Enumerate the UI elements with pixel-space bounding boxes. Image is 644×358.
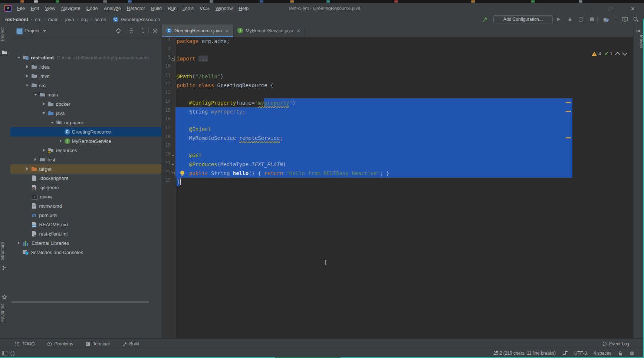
maximize-button[interactable]: □ [605,3,617,14]
menu-edit[interactable]: Edit [28,3,42,14]
menu-help[interactable]: Help [236,3,252,14]
tree-item-mvnw[interactable]: ›mvnw [10,192,161,201]
horizontal-scrollbar[interactable] [11,301,149,303]
code-line-11[interactable]: @Path("/hello") [175,72,633,81]
code-line-10[interactable] [175,63,633,72]
tree-item-main[interactable]: main [10,90,161,99]
next-problem-icon[interactable] [622,50,627,55]
breadcrumb-item-main[interactable]: main [48,17,58,22]
code-line-1[interactable]: package org.acme; [175,37,633,46]
breadcrumb-item-rest-client[interactable]: rest-client [5,17,28,22]
indent-status[interactable]: 4 spaces [594,351,611,356]
build-hammer-icon[interactable] [481,15,490,23]
chevron-right-icon[interactable] [57,139,65,142]
error-stripe-warning-mark[interactable] [566,111,571,112]
search-everywhere-icon[interactable] [631,15,640,23]
tree-item-resources[interactable]: resources [10,146,161,155]
tool-window-button-build[interactable]: Build [122,341,139,346]
favorites-star-icon[interactable] [2,295,8,300]
tree-item-java[interactable]: java [10,109,161,118]
fold-marker[interactable] [171,160,175,169]
tree-item-src[interactable]: src [10,81,161,90]
tree-item-MyRemoteService[interactable]: IMyRemoteService [10,137,161,146]
locate-file-icon[interactable] [115,28,121,34]
hide-tool-windows-icon[interactable] [2,351,7,356]
project-folder-icon[interactable] [2,50,8,56]
tool-window-button-todo[interactable]: TODO [15,341,34,346]
structure-icon[interactable] [2,265,8,271]
code-line-12[interactable]: public class GreetingResource { [175,81,633,90]
tree-item-README.md[interactable]: MDREADME.md [10,220,161,229]
menu-tools[interactable]: Tools [180,3,197,14]
add-configuration-button[interactable]: Add Configuration... [493,15,553,23]
chevron-right-icon[interactable] [23,75,31,78]
chevron-right-icon[interactable] [23,65,31,68]
chevron-down-icon[interactable] [43,30,46,32]
code-line-19[interactable] [175,142,633,151]
tool-stripe-project-tab[interactable]: Project [0,27,10,41]
caret-position-status[interactable]: 25:2 (210 chars, 11 line breaks) [493,351,556,356]
inspection-profile-icon[interactable] [630,351,634,356]
editor-tab-GreetingResource.java[interactable]: CGreetingResource.java✕ [162,24,233,37]
fold-marker[interactable]: + [171,169,175,178]
lock-icon[interactable] [618,351,623,356]
tree-item-docker[interactable]: docker [10,99,161,109]
tree-item-.idea[interactable]: .idea [10,62,161,72]
warning-count[interactable]: 4 [598,51,601,56]
tree-item-GreetingResource[interactable]: CGreetingResource [10,127,161,137]
code-line-21[interactable]: @Produces(MediaType.TEXT_PLAIN) [175,160,633,169]
chevron-right-icon[interactable] [40,102,48,105]
tree-item-org.acme[interactable]: org.acme [10,118,161,127]
debug-icon[interactable] [565,15,574,23]
menu-refactor[interactable]: Refactor [124,3,148,14]
menu-view[interactable]: View [42,3,58,14]
menu-vcs[interactable]: VCS [197,3,213,14]
tree-item-test[interactable]: test [10,155,161,164]
close-icon[interactable]: ✕ [225,28,229,33]
expand-all-icon[interactable] [128,28,134,34]
editor-tab-MyRemoteService.java[interactable]: IMyRemoteService.java✕ [233,24,305,37]
menu-code[interactable]: Code [83,3,101,14]
chevron-down-icon[interactable] [15,57,23,59]
code-line-22[interactable]: public String hello() { return "Hello fr… [175,169,633,178]
chevron-right-icon[interactable] [15,242,23,244]
breadcrumb-item-src[interactable]: src [35,17,41,22]
error-stripe-warning-mark[interactable] [566,137,571,138]
run-icon[interactable] [554,15,563,23]
breadcrumb-item-java[interactable]: java [65,17,74,22]
code-line-17[interactable]: @Inject [175,125,633,134]
menu-file[interactable]: File [14,3,28,14]
close-icon[interactable]: ✕ [296,28,300,33]
code-region[interactable]: 123+10111213141516171819202122+25 packag… [161,37,633,338]
code-line-14[interactable]: @ConfigProperty(name="myproperty") [175,98,633,107]
code-line-20[interactable]: @GET [175,151,633,160]
gear-icon[interactable] [152,28,158,34]
tree-item-.mvn[interactable]: .mvn [10,72,161,81]
code-line-2[interactable] [175,46,633,55]
breadcrumb-item-acme[interactable]: acme [94,17,106,22]
menu-build[interactable]: Build [148,3,165,14]
run-anything-folder-icon[interactable] [602,15,611,23]
chevron-right-icon[interactable] [40,149,48,152]
minimize-button[interactable]: – [584,3,595,14]
tool-window-button-terminal[interactable]: Terminal [86,341,109,346]
tree-item-.dockerignore[interactable]: .dockerignore [10,174,161,183]
tool-stripe-maven-tab[interactable]: Maven [634,35,644,48]
chevron-down-icon[interactable] [23,85,31,86]
previous-problem-icon[interactable] [615,52,620,57]
event-log-button[interactable]: Event Log [602,339,629,349]
tool-window-button-problems[interactable]: Problems [47,341,73,346]
tool-stripe-structure-tab[interactable]: Structure [0,242,10,260]
line-ending-status[interactable]: LF [562,351,568,356]
encoding-status[interactable]: UTF-8 [574,351,587,356]
chevron-down-icon[interactable] [40,112,48,114]
menu-window[interactable]: Window [213,3,236,14]
run-target-monitor-icon[interactable] [620,15,629,23]
project-panel-title[interactable]: Project [24,24,39,37]
coverage-icon[interactable] [576,15,585,23]
tree-item-target[interactable]: target [10,164,161,174]
code-line-16[interactable] [175,116,633,125]
code-editor[interactable]: package org.acme;import ...@Path("/hello… [175,37,633,338]
code-line-18[interactable]: MyRemoteService remoteService; [175,134,633,142]
chevron-down-icon[interactable] [32,94,39,96]
